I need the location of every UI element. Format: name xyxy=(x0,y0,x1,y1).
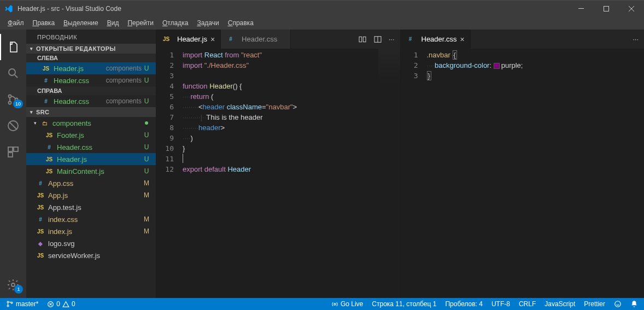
tree-item[interactable]: #index.cssM xyxy=(26,213,156,225)
svg-point-19 xyxy=(615,301,621,307)
maximize-button[interactable] xyxy=(594,1,619,16)
menu-item[interactable]: Файл xyxy=(3,18,28,28)
menu-item[interactable]: Задачи xyxy=(192,18,223,28)
file-label: Header.js xyxy=(57,155,142,163)
css-icon: # xyxy=(42,97,50,106)
tree-item[interactable]: JSHeader.jsU xyxy=(26,153,156,165)
status-eol[interactable]: CRLF xyxy=(517,298,537,310)
menubar: ФайлПравкаВыделениеВидПерейтиОтладкаЗада… xyxy=(0,16,644,30)
status-branch[interactable]: master* xyxy=(4,298,40,310)
status-errors: 0 xyxy=(56,300,60,308)
git-status: M xyxy=(142,179,151,187)
editor-tab[interactable]: #Header.css× xyxy=(401,30,471,49)
file-label: index.js xyxy=(48,227,142,236)
file-label: Header.css xyxy=(54,77,103,85)
status-golive[interactable]: Go Live xyxy=(330,298,365,310)
status-warnings: 0 xyxy=(72,300,75,308)
js-icon: JS xyxy=(45,155,54,163)
activity-settings[interactable]: 1 xyxy=(0,272,26,298)
js-icon: JS xyxy=(36,191,45,200)
svg-rect-7 xyxy=(8,147,13,151)
close-icon[interactable]: × xyxy=(460,35,465,44)
menu-item[interactable]: Перейти xyxy=(123,18,158,28)
file-label: Footer.js xyxy=(57,131,142,139)
activity-debug[interactable] xyxy=(0,113,26,139)
sidebar: ПРОВОДНИК ▾ ОТКРЫТЫЕ РЕДАКТОРЫ СЛЕВА JSH… xyxy=(26,30,156,298)
file-label: serviceWorker.js xyxy=(48,251,142,260)
open-editors-label: ОТКРЫТЫЕ РЕДАКТОРЫ xyxy=(36,45,116,52)
git-status: U xyxy=(142,131,151,139)
tree-item[interactable]: JSHeader.jscomponentsU xyxy=(26,62,156,74)
minimize-button[interactable] xyxy=(569,1,594,16)
activity-scm[interactable]: 10 xyxy=(0,86,26,113)
section-workspace[interactable]: ▾ SRC xyxy=(26,107,156,117)
file-label: App.test.js xyxy=(48,203,142,212)
code-editor-right[interactable]: 123 .navbar·{····background-color: purpl… xyxy=(401,49,645,298)
status-prettier[interactable]: Prettier xyxy=(582,298,607,310)
modified-dot xyxy=(145,121,148,125)
menu-item[interactable]: Выделение xyxy=(59,18,103,28)
status-cursor[interactable]: Строка 11, столбец 1 xyxy=(370,298,438,310)
more-icon[interactable]: ··· xyxy=(633,35,639,43)
tree-item[interactable]: ◆logo.svg xyxy=(26,237,156,249)
tree-item[interactable]: JSApp.test.js xyxy=(26,201,156,213)
editor-pane-left: JSHeader.js×#Header.css×··· 123456789101… xyxy=(156,30,400,298)
svg-rect-12 xyxy=(363,37,366,42)
tab-label: Header.js xyxy=(177,35,207,43)
activity-extensions[interactable] xyxy=(0,139,26,165)
close-button[interactable] xyxy=(619,1,644,16)
tree-item[interactable]: JSindex.jsM xyxy=(26,225,156,237)
section-open-editors[interactable]: ▾ ОТКРЫТЫЕ РЕДАКТОРЫ xyxy=(26,44,156,54)
tree-item[interactable]: JSApp.jsM xyxy=(26,189,156,201)
compare-icon[interactable] xyxy=(358,35,367,44)
menu-item[interactable]: Отладка xyxy=(158,18,192,28)
scm-badge: 10 xyxy=(13,100,23,108)
editor-tab[interactable]: #Header.css× xyxy=(221,30,291,49)
css-icon: # xyxy=(45,143,54,151)
status-language[interactable]: JavaScript xyxy=(543,298,577,310)
tree-item[interactable]: JSFooter.jsU xyxy=(26,129,156,141)
split-icon[interactable] xyxy=(373,35,382,44)
activity-search[interactable] xyxy=(0,60,26,86)
svg-icon: ◆ xyxy=(36,239,45,248)
chevron-down-icon: ▾ xyxy=(34,120,40,126)
git-status: M xyxy=(142,227,151,235)
menu-item[interactable]: Справка xyxy=(224,18,258,28)
git-status: M xyxy=(142,191,151,199)
tree-item[interactable]: #Header.cssU xyxy=(26,141,156,153)
git-status: U xyxy=(142,65,151,72)
tree-item[interactable]: #App.cssM xyxy=(26,177,156,189)
menu-item[interactable]: Правка xyxy=(28,18,60,28)
menu-item[interactable]: Вид xyxy=(103,18,124,28)
tree-item[interactable]: JSserviceWorker.js xyxy=(26,249,156,261)
js-icon: JS xyxy=(36,203,45,212)
minimap[interactable] xyxy=(378,49,400,81)
git-status: U xyxy=(142,167,151,175)
js-icon: JS xyxy=(45,131,54,139)
folder-item[interactable]: ▾🗀components xyxy=(26,117,156,129)
more-icon[interactable]: ··· xyxy=(389,35,395,43)
tree-item[interactable]: #Header.csscomponentsU xyxy=(26,74,156,86)
status-bell[interactable] xyxy=(629,298,640,310)
svg-point-14 xyxy=(7,301,9,303)
status-indent[interactable]: Пробелов: 4 xyxy=(443,298,484,310)
tree-item[interactable]: JSMainContent.jsU xyxy=(26,165,156,177)
editor-tab[interactable]: JSHeader.js× xyxy=(156,30,221,49)
status-golive-label: Go Live xyxy=(341,300,363,308)
svg-point-15 xyxy=(7,305,9,307)
css-icon: # xyxy=(42,76,50,85)
status-feedback[interactable] xyxy=(612,298,623,310)
close-icon[interactable]: × xyxy=(210,35,215,44)
status-problems[interactable]: 0 0 xyxy=(45,298,77,310)
folder-label: components xyxy=(52,119,145,127)
code-editor-left[interactable]: 123456789101112 import·React·from·"react… xyxy=(156,49,400,298)
tree-item[interactable]: #Header.csscomponentsU xyxy=(26,95,156,107)
js-icon: JS xyxy=(45,167,54,176)
file-hint: components xyxy=(106,97,142,105)
file-label: Header.css xyxy=(54,97,103,106)
status-encoding[interactable]: UTF-8 xyxy=(490,298,512,310)
activity-explorer[interactable] xyxy=(0,34,26,60)
statusbar: master* 0 0 Go Live Строка 11, столбец 1… xyxy=(0,298,644,310)
chevron-down-icon: ▾ xyxy=(27,46,36,51)
window-controls xyxy=(569,1,644,16)
